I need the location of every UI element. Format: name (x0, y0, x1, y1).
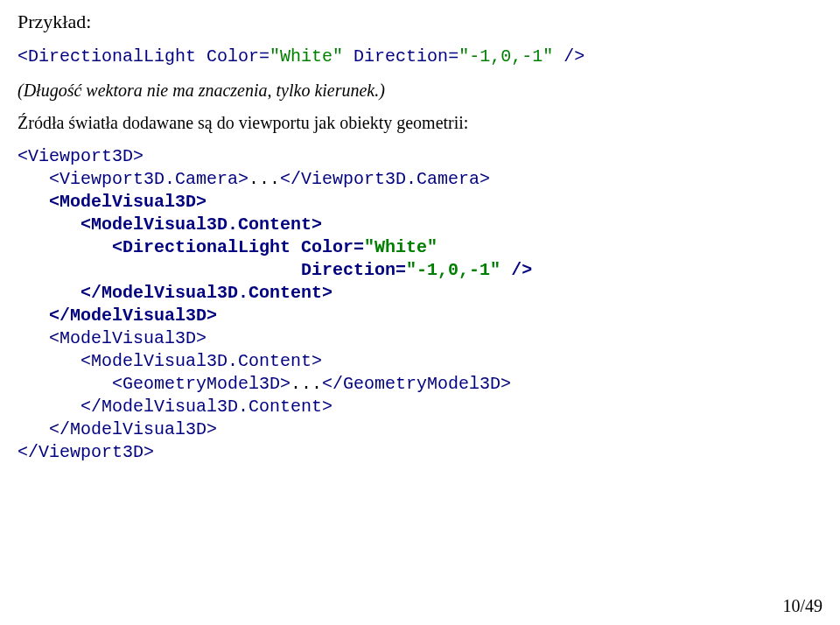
italic-note: (Długość wektora nie ma znaczenia, tylko… (18, 81, 822, 101)
paragraph: Źródła światła dodawane są do viewportu … (18, 113, 822, 133)
code-line: <ModelVisual3D> (18, 328, 206, 348)
code-line: </ModelVisual3D.Content> (18, 283, 332, 303)
code-line: <GeometryModel3D> (18, 374, 290, 394)
attr-value: "-1,0,-1" (458, 46, 553, 67)
tag-open: <DirectionalLight (18, 46, 196, 67)
code-line: </GeometryModel3D> (322, 374, 511, 394)
page-number: 10/49 (782, 596, 822, 616)
code-block-2: <Viewport3D> <Viewport3D.Camera>...</Vie… (18, 145, 822, 464)
code-line: <ModelVisual3D> (18, 192, 206, 212)
tag-close: /> (500, 260, 532, 280)
equals: = (396, 260, 406, 280)
code-line: </ModelVisual3D.Content> (18, 397, 332, 417)
ellipsis: ... (290, 374, 322, 394)
code-line: <DirectionalLight (18, 237, 290, 257)
equals: = (354, 237, 364, 257)
ellipsis: ... (248, 169, 280, 189)
attr-name: Direction (343, 46, 448, 67)
equals: = (259, 46, 270, 67)
attr-value: "-1,0,-1" (406, 260, 500, 280)
equals: = (448, 46, 458, 67)
code-line: <ModelVisual3D.Content> (18, 351, 322, 371)
code-line: </Viewport3D.Camera> (280, 169, 490, 189)
example-heading: Przykład: (18, 11, 822, 33)
attr-value: "White" (270, 46, 343, 67)
attr-name: Direction (18, 260, 396, 280)
code-line: <Viewport3D.Camera> (18, 169, 248, 189)
code-line: <Viewport3D> (18, 146, 144, 166)
tag-close: /> (553, 46, 584, 67)
code-line: </ModelVisual3D> (18, 419, 217, 439)
code-line: <ModelVisual3D.Content> (18, 214, 322, 235)
code-block-1: <DirectionalLight Color="White" Directio… (18, 46, 822, 68)
attr-name: Color (196, 46, 259, 67)
attr-name: Color (290, 237, 354, 257)
attr-value: "White" (364, 237, 438, 257)
code-line: </ModelVisual3D> (18, 305, 217, 326)
code-line: </Viewport3D> (18, 442, 154, 462)
